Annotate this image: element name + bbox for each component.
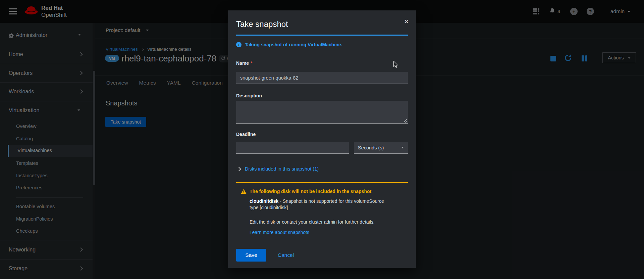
save-button[interactable]: Save [236, 249, 266, 262]
warning-triangle-icon [241, 188, 247, 195]
disk-name: cloudinitdisk [250, 198, 278, 204]
warning-alert-body: cloudinitdisk - Snapshot is not supporte… [250, 198, 394, 211]
warning-alert: The following disk will not be included … [241, 188, 408, 195]
take-snapshot-modal: Take snapshot × i Taking snapshot of run… [228, 10, 416, 268]
description-textarea[interactable] [236, 101, 408, 124]
info-alert-text: Taking snapshot of running VirtualMachin… [245, 41, 342, 48]
modal-title: Take snapshot [236, 19, 408, 29]
resize-grip-icon[interactable] [404, 119, 407, 123]
deadline-input[interactable] [236, 142, 349, 154]
deadline-unit-select[interactable]: Seconds (s) [354, 142, 408, 154]
description-label: Description [236, 93, 408, 99]
snapshot-name-input[interactable] [236, 72, 408, 84]
chevron-down-icon [401, 147, 404, 148]
info-alert: i Taking snapshot of running VirtualMach… [236, 41, 408, 48]
cancel-button[interactable]: Cancel [278, 252, 294, 258]
warning-divider [236, 182, 408, 183]
required-indicator: * [251, 60, 252, 66]
modal-title-underline [236, 35, 408, 36]
info-icon: i [236, 42, 241, 47]
close-icon[interactable]: × [405, 18, 409, 25]
modal-footer: Save Cancel [236, 249, 408, 262]
chevron-right-icon [237, 167, 241, 171]
name-label: Name* [236, 60, 408, 66]
disks-included-toggle[interactable]: Disks included in this snapshot (1) [236, 166, 408, 172]
learn-more-link[interactable]: Learn more about snapshots [250, 229, 309, 235]
warning-help-text: Edit the disk or contact your cluster ad… [250, 219, 408, 225]
disks-toggle-label: Disks included in this snapshot (1) [245, 166, 319, 172]
deadline-label: Deadline [236, 131, 408, 137]
openshift-console: Red Hat OpenShift 4 + ? admin [0, 0, 644, 279]
warning-alert-title: The following disk will not be included … [250, 188, 371, 195]
deadline-unit-value: Seconds (s) [358, 145, 384, 150]
